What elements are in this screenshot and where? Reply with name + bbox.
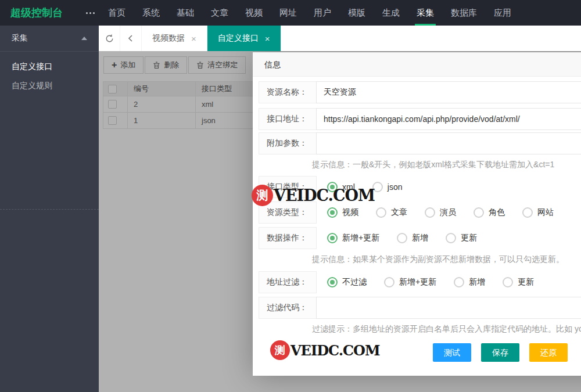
nav-item-system[interactable]: 系统 (142, 0, 160, 26)
form-row-interface-type: 接口类型： xml json (259, 176, 581, 198)
dialog-body: 资源名称： 接口地址： 附加参数： 提示信息：一般&开头，例如老版xml格式采集… (253, 81, 581, 362)
resource-name-input[interactable] (316, 81, 581, 103)
nav-item-app[interactable]: 应用 (494, 0, 511, 26)
sidebar-menu: 自定义接口 自定义规则 (0, 52, 99, 95)
more-menu-icon[interactable] (80, 0, 100, 26)
sidebar: 采集 自定义接口 自定义规则 (0, 26, 99, 392)
restore-button[interactable]: 还原 (529, 343, 568, 362)
filter-code-label: 过滤代码： (259, 297, 317, 319)
close-icon[interactable]: × (265, 34, 270, 43)
radio-json[interactable]: json (372, 182, 403, 192)
hint-filter-code: 过滤提示：多组地址的资源开启白名单后只会入库指定代码的地址。比如 youku,i (259, 323, 581, 334)
tab-custom-api[interactable]: 自定义接口 × (207, 26, 281, 51)
radio-label: 新增 (469, 277, 485, 287)
chevron-left-icon (127, 34, 135, 42)
sidebar-item-custom-api[interactable]: 自定义接口 (0, 57, 99, 76)
nav-item-database[interactable]: 数据库 (451, 0, 477, 26)
save-button[interactable]: 保存 (481, 343, 519, 362)
form-row-filter-code: 过滤代码： (259, 297, 581, 319)
nav-item-video[interactable]: 视频 (245, 0, 263, 26)
filter-code-input[interactable] (316, 297, 581, 319)
nav-item-template[interactable]: 模版 (348, 0, 365, 26)
radio-icon (503, 277, 513, 287)
data-action-label: 数据操作： (259, 227, 317, 249)
app-logo[interactable]: 超级控制台 (0, 6, 80, 20)
radio-icon (376, 207, 386, 218)
radio-filter-add[interactable]: 新增 (454, 277, 485, 287)
radio-website[interactable]: 网站 (522, 207, 554, 218)
sidebar-divider (0, 209, 99, 210)
caret-up-icon (81, 37, 87, 40)
form-row-resource-type: 资源类型： 视频 文章 演员 角色 网站 (259, 202, 581, 224)
radio-xml[interactable]: xml (327, 182, 355, 192)
radio-icon (327, 233, 338, 243)
form-row-resource-name: 资源名称： (259, 81, 581, 103)
radio-icon (384, 277, 394, 287)
dialog-buttons: 测试 保存 还原 (433, 343, 581, 362)
nav-item-article[interactable]: 文章 (211, 0, 228, 26)
radio-label: 更新 (461, 233, 477, 243)
radio-add[interactable]: 新增 (397, 233, 428, 243)
radio-icon (522, 207, 533, 218)
radio-label: 新增+更新 (399, 277, 436, 287)
api-url-label: 接口地址： (259, 108, 317, 130)
extra-params-label: 附加参数： (259, 132, 317, 154)
radio-add-update[interactable]: 新增+更新 (327, 233, 379, 243)
radio-icon (425, 207, 435, 218)
form-row-url-filter: 地址过滤： 不过滤 新增+更新 新增 更新 (259, 271, 581, 293)
nav-item-home[interactable]: 首页 (108, 0, 125, 26)
tab-label: 自定义接口 (218, 33, 259, 44)
resource-type-radios: 视频 文章 演员 角色 网站 (317, 202, 571, 224)
api-url-input[interactable] (316, 108, 581, 130)
radio-label: 新增+更新 (342, 233, 379, 243)
close-icon[interactable]: × (191, 34, 196, 43)
radio-icon (446, 233, 456, 243)
nav-item-collect[interactable]: 采集 (417, 0, 434, 26)
radio-label: 演员 (440, 207, 456, 218)
tab-video-data[interactable]: 视频数据 × (142, 26, 207, 51)
nav-item-basic[interactable]: 基础 (177, 0, 194, 26)
tab-bar: 视频数据 × 自定义接口 × (99, 26, 581, 51)
radio-label: 不过滤 (342, 277, 367, 287)
nav-item-user[interactable]: 用户 (314, 0, 331, 26)
radio-icon (454, 277, 464, 287)
url-filter-label: 地址过滤： (259, 271, 317, 293)
radio-icon (372, 182, 383, 192)
form-row-data-action: 数据操作： 新增+更新 新增 更新 (259, 227, 581, 249)
radio-label: 视频 (342, 207, 358, 218)
extra-params-input[interactable] (316, 132, 581, 154)
radio-article[interactable]: 文章 (376, 207, 407, 218)
radio-icon (474, 207, 484, 218)
radio-role[interactable]: 角色 (474, 207, 505, 218)
sidebar-group-collect[interactable]: 采集 (0, 26, 99, 52)
radio-filter-update[interactable]: 更新 (503, 277, 534, 287)
radio-label: 文章 (391, 207, 407, 218)
radio-update[interactable]: 更新 (446, 233, 477, 243)
radio-icon (327, 207, 338, 218)
radio-video[interactable]: 视频 (327, 207, 358, 218)
tab-back-button[interactable] (120, 26, 142, 51)
sidebar-group-label: 采集 (12, 33, 28, 44)
radio-label: xml (342, 182, 355, 192)
radio-actor[interactable]: 演员 (425, 207, 456, 218)
nav-item-generate[interactable]: 生成 (382, 0, 400, 26)
form-row-api-url: 接口地址： (259, 108, 581, 130)
refresh-button[interactable] (99, 26, 120, 51)
radio-label: 新增 (412, 233, 428, 243)
resource-type-label: 资源类型： (259, 202, 317, 224)
radio-no-filter[interactable]: 不过滤 (327, 277, 367, 287)
tab-label: 视频数据 (152, 33, 185, 44)
main-nav: 首页 系统 基础 文章 视频 网址 用户 模版 生成 采集 数据库 应用 (108, 0, 511, 26)
url-filter-radios: 不过滤 新增+更新 新增 更新 (317, 271, 551, 293)
dialog-title: 信息 (253, 52, 581, 77)
test-button[interactable]: 测试 (433, 343, 471, 362)
radio-filter-add-update[interactable]: 新增+更新 (384, 277, 436, 287)
radio-label: 网站 (537, 207, 554, 218)
top-navbar: 超级控制台 首页 系统 基础 文章 视频 网址 用户 模版 生成 采集 数据库 … (0, 0, 581, 26)
nav-item-url[interactable]: 网址 (279, 0, 297, 26)
hint-extra-params: 提示信息：一般&开头，例如老版xml格式采集下载地址需加入&ct=1 (259, 159, 581, 170)
radio-label: json (388, 182, 403, 192)
hint-data-action: 提示信息：如果某个资源作为副资源不想新增数据，可以只勾选更新。 (259, 254, 581, 264)
radio-label: 更新 (518, 277, 534, 287)
sidebar-item-custom-rule[interactable]: 自定义规则 (0, 76, 99, 95)
